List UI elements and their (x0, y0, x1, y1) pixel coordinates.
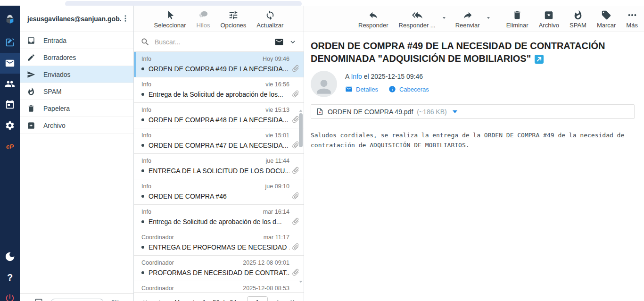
refresh-label: Actualizar (256, 22, 283, 29)
headers-link[interactable]: Cabeceras (388, 85, 429, 93)
compose-button[interactable] (0, 32, 20, 53)
select-button[interactable]: Seleccionar (154, 10, 186, 29)
message-row[interactable]: Infovie 16:56 Entrega de la Solicitud de… (134, 77, 304, 103)
cpanel-button[interactable]: cP (0, 136, 20, 157)
last-page-button[interactable] (287, 296, 300, 301)
reply-all-button[interactable]: Responder ... (394, 10, 441, 29)
contacts-nav-button[interactable] (0, 74, 20, 94)
threads-button[interactable]: Hilos (197, 10, 210, 29)
reply-all-caret-icon[interactable] (441, 15, 447, 21)
message-subject: ORDEN DE COMPRA #46 (149, 191, 227, 202)
send-icon (27, 70, 35, 79)
message-row[interactable]: Coordinador2025-12-08 09:01 PROFORMAS DE… (134, 256, 304, 281)
reply-all-label: Responder ... (399, 22, 436, 29)
message-date: Hoy 09:46 (263, 55, 289, 63)
subject-text: ORDEN DE COMPRA #49 DE LA NECESIDAD DE C… (311, 41, 605, 64)
message-date: vie 15:13 (265, 106, 289, 114)
message-row[interactable]: Coordinadormar 11:17 ENTREGA DE PROFORMA… (134, 230, 304, 256)
tag-icon (601, 10, 611, 20)
forward-caret-icon[interactable] (485, 15, 492, 21)
message-row[interactable]: InfoHoy 09:46 ORDEN DE COMPRA #49 DE LA … (134, 52, 304, 77)
sender-meta: A Info el 2025-12-15 09:46 Detalles Cabe… (345, 71, 429, 97)
settings-nav-button[interactable] (0, 115, 20, 136)
unread-dot (141, 118, 144, 121)
account-email: jesusgavilanes@sanjuan.gob.... (27, 15, 121, 23)
options-button[interactable]: Opciones (220, 10, 246, 29)
message-date: vie 16:56 (265, 80, 289, 89)
recipient-link[interactable]: Info (351, 73, 362, 80)
search-input[interactable] (155, 38, 270, 46)
forward-label: Reenviar (455, 22, 480, 29)
attachment-row[interactable]: ORDEN DE COMPRA 49.pdf (~186 KB) (311, 104, 635, 119)
account-menu-button[interactable] (121, 14, 130, 24)
message-row[interactable]: Infovie 15:13 ORDEN DE COMPRA #48 DE LA … (134, 103, 304, 128)
first-page-button[interactable] (138, 296, 151, 301)
folder-item-spam[interactable]: SPAM (20, 83, 133, 100)
folder-label: Archivo (43, 122, 66, 129)
recipient-prefix: A (345, 73, 349, 80)
message-row[interactable]: Infojue 09:10 ORDEN DE COMPRA #46 (134, 179, 304, 205)
attachment-caret-icon[interactable] (453, 110, 457, 113)
message-row[interactable]: Infomar 16:14 Entrega de Solicitud de ap… (134, 205, 304, 230)
mark-label: Marcar (597, 22, 616, 29)
message-sender: Coordinador (141, 233, 174, 242)
message-row[interactable]: Infovie 15:01 ORDEN DE COMPRA #47 DE LA … (134, 128, 304, 154)
spam-label: SPAM (570, 22, 586, 29)
reading-pane: Responder Responder ... Reenviar Elimina… (304, 6, 644, 301)
folder-item-enviados[interactable]: Enviados (20, 66, 133, 83)
pencil-icon (27, 53, 35, 62)
message-sender: Coordinador (141, 259, 174, 267)
refresh-button[interactable]: Actualizar (256, 10, 283, 29)
account-header[interactable]: jesusgavilanes@sanjuan.gob.... (20, 6, 133, 32)
quota-percent: 0% (111, 299, 119, 301)
sliders-icon (228, 10, 239, 20)
more-button[interactable]: Más (621, 10, 643, 29)
scrollbar-up-arrow[interactable] (298, 107, 303, 111)
next-page-button[interactable] (272, 296, 285, 301)
paperclip-icon (289, 215, 301, 227)
fire-icon (573, 10, 583, 20)
folder-item-entrada[interactable]: Entrada (20, 32, 133, 49)
reply-button[interactable]: Responder (353, 10, 394, 29)
fire-icon (27, 87, 35, 96)
envelope-icon (345, 85, 353, 93)
open-in-new-window-icon[interactable] (535, 55, 544, 64)
details-link[interactable]: Detalles (345, 85, 378, 93)
folder-item-borradores[interactable]: Borradores (20, 49, 133, 66)
archive-label: Archivo (539, 22, 559, 29)
message-subject: ORDEN DE COMPRA #47 DE LA NECESIDA... (149, 140, 288, 151)
page-number-input[interactable] (247, 296, 268, 301)
help-button[interactable]: ? (0, 267, 20, 288)
search-scope-mail-icon[interactable] (274, 37, 284, 47)
calendar-nav-button[interactable] (0, 94, 20, 115)
message-row[interactable]: Infojue 11:44 ENTREGA DE LA SOLICITUD DE… (134, 154, 304, 179)
people-icon (5, 79, 15, 89)
paperclip-icon (289, 266, 301, 278)
delete-label: Eliminar (506, 22, 528, 29)
chat-bubbles-icon (198, 10, 208, 20)
message-sender: Coordinador (141, 284, 174, 293)
folder-item-papelera[interactable]: Papelera (20, 100, 133, 117)
more-label: Más (626, 22, 638, 29)
dark-mode-button[interactable] (0, 246, 20, 267)
unread-dot (141, 144, 144, 147)
meta-links: Detalles Cabeceras (345, 85, 429, 93)
search-scope-chevron-icon[interactable] (289, 38, 297, 46)
mail-nav-button[interactable] (0, 53, 20, 74)
pagination-summary: Mensajes 1 a 50 de 94 (168, 299, 243, 301)
forward-button[interactable]: Reenviar (450, 10, 485, 29)
scrollbar-thumb[interactable] (299, 113, 303, 147)
mark-button[interactable]: Marcar (592, 10, 621, 29)
spam-button[interactable]: SPAM (564, 10, 592, 29)
folder-item-archivo[interactable]: Archivo (20, 117, 133, 134)
forward-icon (462, 10, 473, 20)
avatar (311, 71, 337, 97)
archive-button[interactable]: Archivo (534, 10, 564, 29)
prev-page-button[interactable] (153, 296, 166, 301)
archive-icon (27, 121, 35, 130)
webmail-logo-icon[interactable] (0, 6, 20, 32)
delete-button[interactable]: Eliminar (501, 10, 534, 29)
mailbox-icon (34, 298, 43, 301)
scrollbar-down-arrow[interactable] (298, 277, 303, 282)
logout-button[interactable] (0, 288, 20, 301)
